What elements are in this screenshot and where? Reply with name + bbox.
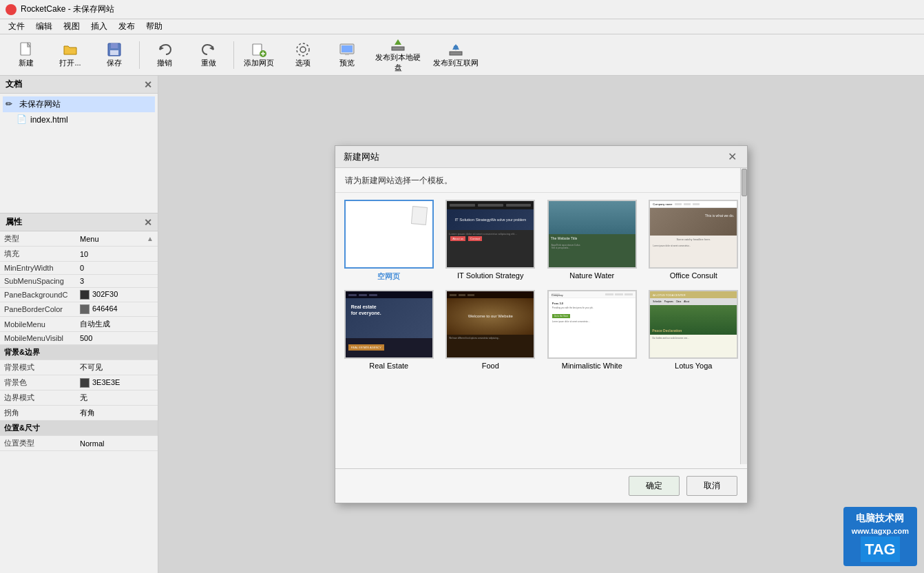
prop-bg-color: 背景色 3E3E3E (0, 375, 158, 390)
menu-item-edit[interactable]: 编辑 (30, 19, 58, 34)
open-button[interactable]: 打开... (50, 38, 91, 72)
pane-bg-color-swatch (80, 290, 90, 300)
template-label-blank: 空网页 (377, 271, 400, 282)
new-label: 新建 (19, 58, 34, 68)
template-label-oc: Office Consult (670, 271, 717, 280)
svg-rect-13 (342, 45, 353, 52)
watermark-line2: www.tagxp.com (852, 525, 909, 537)
doc-tree: ✏ 未保存网站 📄 index.html (0, 94, 158, 130)
save-button[interactable]: 保存 (94, 38, 135, 72)
pane-border-color-swatch (80, 304, 90, 314)
dialog-overlay: 新建网站 ✕ 请为新建网站选择一个模板。 空网页 (158, 76, 924, 573)
dialog-subtitle-text: 请为新建网站选择一个模板。 (345, 176, 452, 185)
cancel-button[interactable]: 取消 (686, 476, 737, 496)
template-thumb-food: Welcome to our Website We have different… (445, 290, 535, 359)
redo-button[interactable]: 重做 (188, 38, 229, 72)
properties-panel-title: 属性 (6, 216, 22, 228)
add-page-button[interactable]: 添加网页 (238, 38, 280, 72)
svg-marker-18 (452, 44, 459, 50)
template-blank[interactable]: 空网页 (342, 200, 436, 282)
open-icon (62, 41, 78, 58)
undo-button[interactable]: 撤销 (144, 38, 185, 72)
properties-panel-header: 属性 ✕ (0, 213, 158, 231)
open-label: 打开... (59, 58, 81, 68)
properties-table: 类型 Menu ▲ 填充 10 MinEntryWidth 0 SubMenuS… (0, 231, 158, 451)
toolbar: 新建 打开... 保存 撤销 重做 添加网页 选项 (0, 34, 924, 76)
template-thumb-oc: Company name This is what we do. (649, 200, 738, 269)
menubar: 文件 编辑 视图 插入 发布 帮助 (0, 19, 924, 34)
svg-rect-15 (392, 47, 404, 50)
doc-site-label: 未保存网站 (19, 98, 61, 110)
section-position-size: 位置&尺寸 (0, 421, 158, 436)
scrollbar-thumb[interactable] (742, 169, 747, 196)
documents-panel-title: 文档 (6, 79, 22, 90)
mw-preview: Company Pens 3.0 Providing yo (549, 291, 636, 357)
new-website-dialog: 新建网站 ✕ 请为新建网站选择一个模板。 空网页 (335, 145, 748, 503)
publish-local-button[interactable]: 发布到本地硬盘 (370, 38, 426, 72)
prop-submenu-spacing: SubMenuSpacing 3 (0, 275, 158, 288)
dialog-close-button[interactable]: ✕ (725, 150, 739, 164)
menu-item-file[interactable]: 文件 (3, 19, 30, 34)
left-panel: 文档 ✕ ✏ 未保存网站 📄 index.html 属性 ✕ (0, 76, 158, 573)
publish-internet-button[interactable]: 发布到互联网 (428, 38, 483, 72)
documents-panel-close[interactable]: ✕ (144, 80, 152, 90)
options-button[interactable]: 选项 (282, 38, 324, 72)
oc-preview: Company name This is what we do. (650, 201, 737, 267)
menu-item-help[interactable]: 帮助 (140, 19, 168, 34)
template-office-consult[interactable]: Company name This is what we do. (647, 200, 741, 282)
food-preview: Welcome to our Website We have different… (447, 291, 534, 357)
template-lotus-yoga[interactable]: ✿ LOTUS YOGA CENTER ScheduleProgramsClas… (647, 290, 741, 370)
add-page-label: 添加网页 (244, 58, 274, 68)
re-preview: Real estatefor everyone. REAL ESTATE AGE… (346, 291, 432, 357)
app-icon (6, 4, 17, 15)
template-label-nw: Nature Water (569, 271, 614, 280)
doc-item-index[interactable]: 📄 index.html (3, 112, 155, 127)
doc-page-label: index.html (30, 115, 68, 125)
toolbar-divider-2 (233, 41, 234, 69)
main-area: 文档 ✕ ✏ 未保存网站 📄 index.html 属性 ✕ (0, 76, 924, 573)
svg-point-10 (300, 47, 306, 52)
properties-panel-close[interactable]: ✕ (144, 218, 152, 227)
publish-internet-icon (448, 41, 464, 58)
preview-label: 预览 (339, 58, 355, 68)
prop-type: 类型 Menu ▲ (0, 231, 158, 247)
options-icon (295, 41, 311, 58)
dialog-scrollbar[interactable] (740, 168, 747, 464)
toolbar-divider-1 (139, 41, 140, 69)
template-grid: 空网页 IT Solution StrategyWe solve your pr… (335, 193, 747, 468)
preview-button[interactable]: 预览 (326, 38, 368, 72)
template-real-estate[interactable]: Real estatefor everyone. REAL ESTATE AGE… (342, 290, 436, 370)
bg-color-swatch (80, 378, 90, 388)
template-thumb-nw: The Website Title AquaThink aqua vitarum… (547, 200, 637, 269)
template-minimalistic-white[interactable]: Company Pens 3.0 Providing yo (545, 290, 639, 370)
menu-item-publish[interactable]: 发布 (113, 19, 140, 34)
content-area: 新建网站 ✕ 请为新建网站选择一个模板。 空网页 (158, 76, 924, 573)
template-thumb-it: IT Solution StrategyWe solve your proble… (445, 200, 535, 269)
doc-item-site[interactable]: ✏ 未保存网站 (3, 96, 155, 112)
new-button[interactable]: 新建 (6, 38, 47, 72)
watermark-tag: TAG (861, 536, 900, 562)
template-label-re: Real Estate (369, 362, 408, 370)
template-label-food: Food (482, 362, 499, 370)
prop-min-entry-width: MinEntryWidth 0 (0, 262, 158, 275)
template-thumb-ly: ✿ LOTUS YOGA CENTER ScheduleProgramsClas… (649, 290, 738, 359)
nw-preview: The Website Title AquaThink aqua vitarum… (549, 201, 636, 267)
documents-panel-header: 文档 ✕ (0, 76, 158, 94)
svg-rect-14 (345, 54, 349, 55)
blank-preview (346, 201, 432, 267)
options-label: 选项 (295, 58, 311, 68)
menu-item-view[interactable]: 视图 (58, 19, 85, 34)
prop-mobile-menu-visible: MobileMenuVisibl 500 (0, 332, 158, 345)
prop-pane-bg-color: PaneBackgroundC 302F30 (0, 288, 158, 302)
menu-item-insert[interactable]: 插入 (85, 19, 113, 34)
prop-position-type: 位置类型 Normal (0, 436, 158, 451)
watermark: 电脑技术网 www.tagxp.com TAG (843, 507, 917, 567)
template-it-solution[interactable]: IT Solution StrategyWe solve your proble… (444, 200, 538, 282)
template-nature-water[interactable]: The Website Title AquaThink aqua vitarum… (545, 200, 639, 282)
confirm-button[interactable]: 确定 (629, 476, 680, 496)
template-food[interactable]: Welcome to our Website We have different… (444, 290, 538, 370)
dialog-titlebar: 新建网站 ✕ (335, 146, 747, 168)
svg-rect-2 (111, 43, 118, 48)
prop-border-mode: 边界模式 无 (0, 390, 158, 406)
svg-rect-17 (450, 52, 462, 55)
